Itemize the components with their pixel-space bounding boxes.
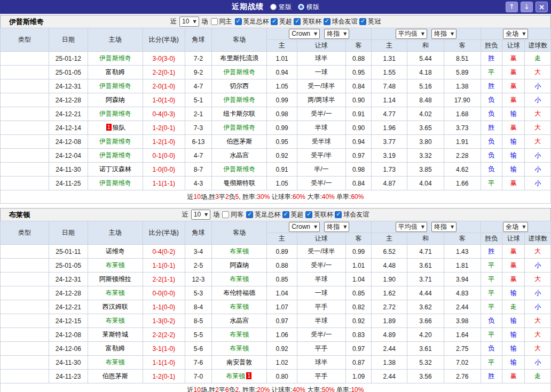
final-odds-select[interactable]: 终指▼ — [324, 29, 349, 39]
league-cell: 英超 — [1, 121, 49, 135]
corners-cell: 4-3 — [185, 177, 212, 190]
competition-checkbox[interactable]: 英联杯 — [305, 210, 333, 219]
result-cell: 胜 — [481, 121, 502, 135]
corners-cell: 4-7 — [185, 149, 212, 163]
handicap-result-cell: 赢 — [502, 245, 524, 259]
table-row: 英超 24-12-15 布莱顿 1-3(0-2) 8-5 水晶宫 0.97 半球… — [1, 314, 551, 328]
handicap-cell: 一球 — [297, 286, 345, 300]
layout-radio-vertical[interactable]: 竖版 — [270, 3, 292, 12]
recent-count-select[interactable]: 10 ▼ — [191, 210, 211, 220]
final-odds-select[interactable]: 终指▼ — [324, 222, 349, 232]
checkbox-label: 球会友谊 — [332, 17, 358, 26]
move-down-button[interactable]: ↓ — [521, 2, 533, 12]
avg-away-cell: 2.75 — [444, 342, 481, 356]
col-score: 比分(半场) — [143, 221, 185, 245]
avg-home-cell: 3.19 — [372, 149, 407, 163]
avg-draw-cell: 3.80 — [407, 135, 444, 149]
date-cell: 24-12-14 — [49, 121, 88, 135]
checkbox-label: 英足总杯 — [243, 17, 269, 26]
same-venue-checkbox[interactable]: 同客 — [222, 210, 243, 219]
avg-away-cell: 3.98 — [444, 314, 481, 328]
summary-segment: 60% — [293, 193, 305, 201]
away-odds-cell: 1.01 — [345, 259, 372, 273]
chevron-down-icon: ▼ — [522, 222, 525, 231]
avg-draw-cell: 4.71 — [407, 245, 444, 259]
col-result: 胜负 — [481, 233, 502, 245]
handicap-cell: 受半/一 — [297, 328, 345, 342]
home-team-name: 布莱顿 — [106, 289, 125, 297]
competition-checkbox[interactable]: 英冠 — [359, 17, 381, 26]
competition-checkbox[interactable]: 英足总杯 — [235, 17, 269, 26]
league-cell: 英超 — [1, 163, 49, 177]
score-cell: 3-1(1-0) — [143, 342, 185, 356]
handicap-cell: 两/两球半 — [297, 93, 345, 107]
avg-draw-cell: 4.18 — [407, 66, 444, 79]
summary-segment: 50% — [322, 386, 335, 392]
home-team-cell: 伊普斯维奇 — [88, 107, 143, 121]
odds-source-select[interactable]: Crown▼ — [289, 29, 320, 39]
layout-radio-horizontal[interactable]: 横版 — [298, 3, 319, 12]
handicap-cell: 半/一 — [297, 163, 345, 177]
away-team-name: 布莱顿 — [230, 303, 249, 310]
average-select[interactable]: 平均值▼ — [396, 29, 427, 39]
avg-home-cell: 7.48 — [372, 79, 407, 93]
home-team-name: 伊普斯维奇 — [99, 179, 131, 187]
date-cell: 25-01-12 — [49, 52, 88, 66]
result-cell: 平 — [481, 356, 502, 370]
league-cell: 英超 — [1, 66, 49, 79]
table-row: 英超 24-12-28 布莱顿 0-0(0-0) 5-3 布伦特福德 1.04 … — [1, 286, 551, 300]
away-odds-cell: 0.87 — [345, 356, 372, 370]
col-avg-away: 客 — [444, 233, 481, 245]
competition-checkbox[interactable]: 球会友谊 — [335, 210, 369, 219]
checkbox-icon — [271, 18, 278, 25]
score-cell: 2-0(1-0) — [143, 79, 185, 93]
radio-icon — [298, 4, 304, 10]
league-cell: 英超 — [1, 135, 49, 149]
final-odds-select[interactable]: 终指▼ — [431, 29, 456, 39]
away-team-name: 伊普斯维奇 — [223, 124, 255, 131]
final-odds-select[interactable]: 终指▼ — [431, 222, 456, 232]
checkbox-icon — [282, 211, 289, 218]
results-table: 类型 日期 主场 比分(半场) 角球 客场 Crown▼ 终指▼ 平均值▼ 终指… — [0, 221, 551, 392]
odds-source-select[interactable]: Crown▼ — [289, 222, 320, 232]
goals-result-cell: 走 — [525, 370, 551, 383]
league-cell: 英超 — [1, 370, 49, 383]
avg-draw-cell: 5.32 — [407, 356, 444, 370]
move-up-button[interactable]: ↑ — [506, 2, 518, 12]
league-cell: 英超 — [1, 286, 49, 300]
fulltime-select[interactable]: 全场▼ — [503, 29, 528, 39]
goals-result-cell: 大 — [525, 121, 551, 135]
corners-cell: 7-6 — [185, 356, 212, 370]
same-venue-checkbox[interactable]: 同主 — [211, 17, 232, 26]
fulltime-select[interactable]: 全场▼ — [503, 222, 528, 232]
checkbox-icon — [222, 211, 229, 218]
corners-cell: 8-5 — [185, 314, 212, 328]
date-cell: 24-12-04 — [49, 149, 88, 163]
competition-checkbox[interactable]: 英超 — [271, 17, 292, 26]
chevron-down-icon: ▼ — [343, 29, 347, 38]
date-cell: 24-12-28 — [49, 93, 88, 107]
away-odds-cell: 0.84 — [345, 177, 372, 190]
away-team-name: 水晶宫 — [230, 317, 249, 324]
checkbox-label: 英超 — [291, 210, 304, 219]
table-row: 英超 24-12-31 阿斯顿维拉 2-2(1-1) 12-3 布莱顿 0.85… — [1, 273, 551, 286]
competition-checkbox[interactable]: 球会友谊 — [324, 17, 358, 26]
average-select[interactable]: 平均值▼ — [396, 222, 427, 232]
table-row: 英超 24-12-14 1狼队 1-2(0-1) 7-3 伊普斯维奇 0.99 … — [1, 121, 551, 135]
away-team-cell: 水晶宫 — [212, 314, 267, 328]
competition-checkbox[interactable]: 英联杯 — [294, 17, 321, 26]
summary-segment: 40% — [322, 193, 335, 201]
away-team-name: 伊普斯维奇 — [223, 96, 255, 103]
recent-count-select[interactable]: 10 ▼ — [179, 17, 199, 27]
home-odds-cell: 1.07 — [267, 300, 297, 314]
competition-checkbox[interactable]: 英足总杯 — [246, 210, 280, 219]
home-team-cell: 诺丁汉森林 — [88, 163, 143, 177]
home-team-name: 富勒姆 — [106, 345, 125, 352]
competition-checkbox[interactable]: 英超 — [282, 210, 304, 219]
handicap-result-cell: 输 — [502, 135, 524, 149]
summary-segment: 平 — [219, 386, 225, 392]
close-button[interactable]: × — [536, 2, 548, 12]
away-team-name: 纽卡斯尔联 — [223, 110, 255, 117]
avg-draw-cell: 8.48 — [407, 93, 444, 107]
checkbox-label: 同主 — [219, 17, 232, 26]
